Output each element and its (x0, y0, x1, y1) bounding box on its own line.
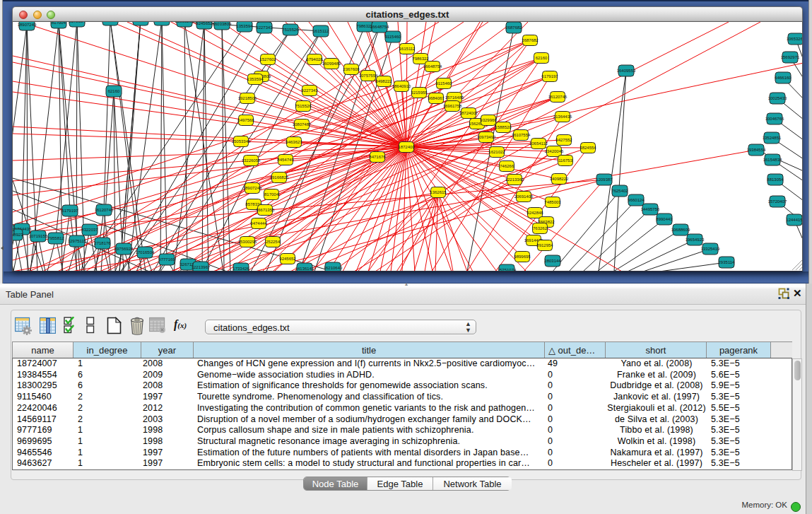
svg-text:746266: 746266 (500, 164, 514, 168)
svg-text:1362615: 1362615 (430, 190, 447, 194)
svg-text:14136141: 14136141 (295, 267, 314, 271)
svg-text:9329966: 9329966 (480, 118, 497, 122)
svg-text:3824554: 3824554 (579, 146, 596, 150)
svg-text:9245652: 9245652 (196, 22, 213, 25)
svg-text:15692971: 15692971 (781, 55, 800, 59)
svg-text:7955812: 7955812 (47, 236, 64, 240)
svg-text:8990443: 8990443 (656, 217, 673, 221)
svg-text:116753: 116753 (558, 158, 572, 163)
svg-text:16648754: 16648754 (370, 25, 389, 29)
svg-text:3498222: 3498222 (375, 79, 392, 83)
svg-text:16154838: 16154838 (763, 158, 782, 162)
svg-text:8454749: 8454749 (277, 158, 294, 162)
svg-text:10973493: 10973493 (477, 135, 496, 139)
svg-text:763262: 763262 (533, 226, 548, 230)
svg-text:10654112: 10654112 (529, 141, 548, 146)
svg-text:10653267: 10653267 (787, 37, 803, 41)
svg-text:9899695: 9899695 (514, 255, 531, 259)
svg-text:21364436: 21364436 (553, 115, 572, 119)
svg-text:2687682: 2687682 (522, 38, 539, 42)
svg-text:9115460: 9115460 (436, 81, 453, 86)
svg-text:9242848: 9242848 (526, 211, 543, 215)
svg-text:1527602: 1527602 (259, 57, 276, 62)
svg-text:817004: 817004 (52, 22, 66, 25)
svg-text:16671355: 16671355 (256, 208, 275, 212)
svg-text:7986322: 7986322 (412, 57, 429, 61)
svg-text:10025433: 10025433 (768, 96, 787, 100)
svg-text:19166825: 19166825 (270, 175, 289, 180)
svg-text:18907249: 18907249 (243, 186, 262, 190)
svg-text:9463627: 9463627 (286, 140, 302, 144)
svg-text:13524851: 13524851 (763, 136, 782, 140)
svg-text:18907249: 18907249 (18, 23, 37, 27)
svg-text:1353594: 1353594 (236, 24, 253, 28)
svg-text:2935114: 2935114 (719, 260, 736, 264)
svg-text:16033809: 16033809 (213, 22, 232, 26)
svg-text:6497568: 6497568 (237, 118, 254, 122)
svg-text:13226058: 13226058 (242, 158, 261, 163)
svg-text:8813054: 8813054 (767, 177, 784, 182)
svg-text:6794028: 6794028 (306, 57, 323, 62)
svg-text:2803144: 2803144 (544, 259, 561, 263)
svg-text:2687682: 2687682 (505, 25, 522, 30)
svg-text:19654923: 19654923 (686, 238, 705, 242)
svg-text:9777169: 9777169 (158, 257, 175, 262)
svg-text:16120746: 16120746 (95, 208, 114, 212)
svg-text:8578334: 8578334 (69, 22, 86, 23)
svg-text:1733426: 1733426 (233, 267, 249, 271)
svg-text:10719155: 10719155 (29, 234, 48, 238)
svg-text:17016504: 17016504 (136, 250, 155, 255)
svg-text:12975115: 12975115 (68, 239, 87, 243)
svg-text:817004: 817004 (264, 192, 279, 197)
svg-text:16409553: 16409553 (617, 69, 636, 73)
svg-text:9427552: 9427552 (555, 138, 572, 142)
svg-text:6179197: 6179197 (61, 209, 78, 213)
svg-text:16210643: 16210643 (324, 266, 343, 270)
svg-text:9660124: 9660124 (628, 198, 645, 202)
svg-text:8322037: 8322037 (81, 228, 98, 232)
svg-text:1244415: 1244415 (786, 218, 803, 222)
svg-text:1872400: 1872400 (398, 145, 415, 149)
svg-text:8471676: 8471676 (369, 155, 386, 159)
svg-text:62160: 62160 (108, 89, 120, 93)
svg-text:12213363: 12213363 (505, 177, 524, 182)
svg-text:25053346: 25053346 (232, 139, 251, 144)
svg-text:7485003: 7485003 (544, 200, 561, 204)
svg-text:13325419: 13325419 (701, 247, 720, 251)
svg-text:9474444: 9474444 (250, 221, 267, 226)
svg-text:18640910: 18640910 (392, 84, 411, 88)
svg-text:3215955: 3215955 (411, 90, 428, 95)
svg-text:16961758: 16961758 (443, 104, 462, 108)
svg-text:19756928: 19756928 (114, 247, 134, 251)
svg-text:18724007: 18724007 (459, 111, 478, 115)
svg-text:20691406: 20691406 (514, 194, 534, 199)
svg-text:25300295: 25300295 (175, 22, 194, 23)
svg-text:252254: 252254 (266, 240, 281, 244)
svg-text:16120746: 16120746 (548, 95, 567, 99)
svg-text:6179197: 6179197 (541, 74, 558, 78)
svg-text:16099489: 16099489 (322, 62, 341, 66)
svg-text:7515526: 7515526 (295, 104, 312, 108)
svg-text:14495756: 14495756 (641, 207, 660, 211)
svg-text:9245652: 9245652 (279, 257, 296, 261)
svg-text:1621022: 1621022 (488, 150, 505, 154)
svg-text:8912954: 8912954 (536, 243, 553, 247)
svg-text:14098222: 14098222 (550, 177, 569, 181)
svg-text:6466160: 6466160 (775, 76, 792, 80)
svg-text:9227343: 9227343 (256, 25, 273, 30)
svg-text:15751074: 15751074 (498, 268, 517, 271)
svg-text:9684067: 9684067 (428, 96, 445, 100)
svg-text:62160: 62160 (536, 56, 548, 60)
svg-text:1615112: 1615112 (399, 47, 416, 51)
svg-text:10046766: 10046766 (765, 117, 784, 121)
svg-text:2367608: 2367608 (343, 67, 360, 71)
svg-text:10807487: 10807487 (293, 122, 312, 127)
svg-text:7515526: 7515526 (282, 28, 299, 32)
svg-text:1588520: 1588520 (495, 125, 512, 129)
svg-text:10757554: 10757554 (359, 74, 378, 78)
svg-text:15720407: 15720407 (768, 199, 787, 204)
svg-text:25300295: 25300295 (238, 240, 257, 244)
svg-text:9115460: 9115460 (385, 35, 402, 39)
svg-text:19384554: 19384554 (747, 148, 766, 152)
svg-text:1209387: 1209387 (596, 177, 613, 182)
